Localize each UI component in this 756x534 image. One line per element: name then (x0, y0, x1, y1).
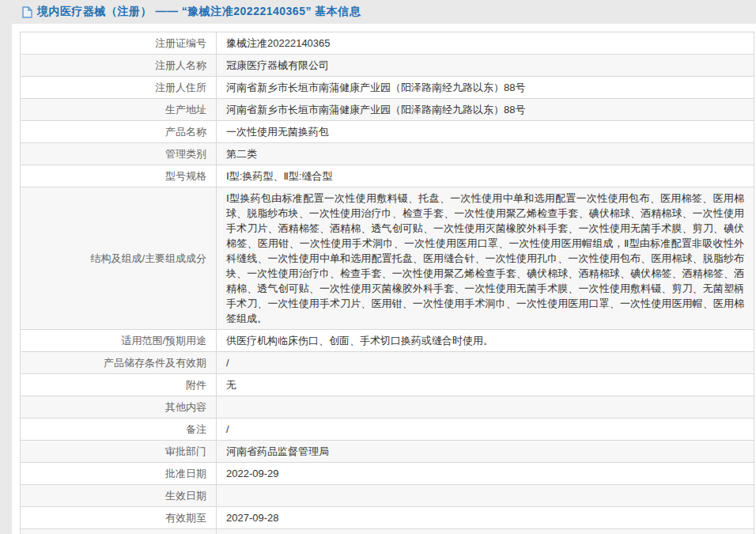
row-value: 供医疗机构临床伤口、创面、手术切口换药或缝合时使用。 (217, 330, 754, 352)
row-label: 变更情况 (21, 529, 217, 534)
table-row: 有效期至2027-09-28 (21, 507, 754, 529)
device-info-table: 注册证编号豫械注准20222140365注册人名称冠康医疗器械有限公司注册人住所… (20, 32, 754, 534)
table-row: 管理类别第二类 (21, 143, 754, 165)
row-label: 产品储存条件及有效期 (21, 352, 217, 374)
row-label: 注册证编号 (21, 32, 217, 55)
page-header: 境内医疗器械（注册） —— “豫械注准20222140365” 基本信息 (0, 0, 756, 24)
row-label: 生效日期 (21, 485, 217, 507)
row-label: 注册人住所 (21, 77, 217, 99)
table-row: 批准日期2022-09-29 (21, 463, 754, 485)
row-label: 批准日期 (21, 463, 217, 485)
row-label: 型号规格 (21, 165, 217, 187)
row-value: / (217, 418, 754, 441)
row-value: / (217, 352, 754, 374)
table-row: 产品名称一次性使用无菌换药包 (21, 121, 754, 143)
row-value: 2022-09-29 (217, 463, 754, 485)
row-value: Ⅰ型:换药型、Ⅱ型:缝合型 (217, 165, 754, 187)
row-value: 2027-09-28 (217, 507, 754, 529)
info-table-body: 注册证编号豫械注准20222140365注册人名称冠康医疗器械有限公司注册人住所… (21, 32, 754, 534)
row-label: 注册人名称 (21, 55, 217, 77)
content-panel: 注册证编号豫械注准20222140365注册人名称冠康医疗器械有限公司注册人住所… (12, 24, 756, 534)
row-value: 冠康医疗器械有限公司 (217, 55, 754, 77)
table-row: 注册人名称冠康医疗器械有限公司 (21, 55, 754, 77)
row-label: 产品名称 (21, 121, 217, 143)
row-value: 豫械注准20222140365 (217, 32, 754, 55)
table-row: 生效日期 (21, 485, 754, 507)
table-row: 审批部门河南省药品监督管理局 (21, 441, 754, 463)
table-row: 注册证编号豫械注准20222140365 (21, 32, 754, 55)
table-row: 附件无 (21, 374, 754, 396)
row-label: 适用范围/预期用途 (21, 330, 217, 352)
row-value: 河南省新乡市长垣市南蒲健康产业园（阳泽路南经九路以东）88号 (217, 99, 754, 121)
row-label: 结构及组成/主要组成成分 (21, 187, 217, 330)
table-row: 型号规格Ⅰ型:换药型、Ⅱ型:缝合型 (21, 165, 754, 187)
row-value (217, 485, 754, 507)
row-value: 第二类 (217, 143, 754, 165)
row-label: 有效期至 (21, 507, 217, 529)
table-row: 生产地址河南省新乡市长垣市南蒲健康产业园（阳泽路南经九路以东）88号 (21, 99, 754, 121)
table-row: 注册人住所河南省新乡市长垣市南蒲健康产业园（阳泽路南经九路以东）88号 (21, 77, 754, 99)
row-value: 一次性使用无菌换药包 (217, 121, 754, 143)
row-value: Ⅰ型换药包由标准配置一次性使用敷料镊、托盘、一次性使用中单和选用配置一次性使用包… (217, 187, 754, 330)
row-value: 无 (217, 374, 754, 396)
table-row: 备注/ (21, 418, 754, 441)
table-row: 其他内容 (21, 396, 754, 418)
row-value: / (217, 529, 754, 534)
page-title: 境内医疗器械（注册） —— “豫械注准20222140365” 基本信息 (37, 5, 361, 19)
row-label: 备注 (21, 418, 217, 441)
document-icon (22, 6, 32, 18)
row-label: 附件 (21, 374, 217, 396)
row-label: 管理类别 (21, 143, 217, 165)
row-label: 生产地址 (21, 99, 217, 121)
table-row: 变更情况/ (21, 529, 754, 534)
row-value (217, 396, 754, 418)
row-label: 审批部门 (21, 441, 217, 463)
row-value: 河南省新乡市长垣市南蒲健康产业园（阳泽路南经九路以东）88号 (217, 77, 754, 99)
row-label: 其他内容 (21, 396, 217, 418)
row-value: 河南省药品监督管理局 (217, 441, 754, 463)
table-row: 产品储存条件及有效期/ (21, 352, 754, 374)
table-row: 适用范围/预期用途供医疗机构临床伤口、创面、手术切口换药或缝合时使用。 (21, 330, 754, 352)
table-row: 结构及组成/主要组成成分Ⅰ型换药包由标准配置一次性使用敷料镊、托盘、一次性使用中… (21, 187, 754, 330)
